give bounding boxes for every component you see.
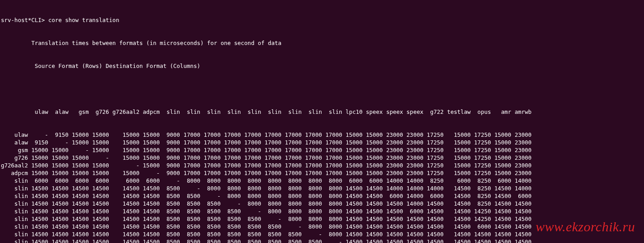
table-row: adpcm 15000 15000 15000 15000 15000 - 90… [1,169,644,177]
table-row: ulaw - 9150 15000 15000 15000 15000 9000… [1,131,644,139]
table-row: slin 14500 14500 14500 14500 14500 14500… [1,184,644,192]
table-row: slin 14500 14500 14500 14500 14500 14500… [1,215,644,223]
prompt-line: srv-host*CLI> core show translation [1,16,644,24]
table-row: alaw 9150 - 15000 15000 15000 15000 9000… [1,139,644,146]
title-line-1: Translation times between formats (in mi… [1,39,644,47]
table-row: g726 15000 15000 15000 - 15000 15000 900… [1,154,644,162]
table-row: slin 14500 14500 14500 14500 14500 14500… [1,207,644,215]
table-row: slin 14500 14500 14500 14500 14500 14500… [1,230,644,238]
cli-prompt: srv-host*CLI> [1,17,45,23]
command-text: core show translation [48,17,119,23]
table-row: slin 14500 14500 14500 14500 14500 14500… [1,200,644,207]
table-row: gsm 15000 15000 - 15000 15000 15000 9000… [1,146,644,154]
table-row: slin 6000 6000 6000 6000 6000 6000 - 800… [1,177,644,184]
table-header-row: ulaw alaw gsm g726 g726aal2 adpcm slin s… [1,108,644,116]
blank-line [1,85,644,93]
table-row: slin 14500 14500 14500 14500 14500 14500… [1,192,644,200]
table-row: g726aal2 15000 15000 15000 15000 - 15000… [1,162,644,169]
table-row: slin 14500 14500 14500 14500 14500 14500… [1,223,644,230]
terminal-window[interactable]: srv-host*CLI> core show translation Tran… [0,0,644,243]
title-line-2: Source Format (Rows) Destination Format … [1,62,644,70]
table-body: ulaw - 9150 15000 15000 15000 15000 9000… [1,131,644,243]
table-row: slin 14500 14500 14500 14500 14500 14500… [1,238,644,243]
